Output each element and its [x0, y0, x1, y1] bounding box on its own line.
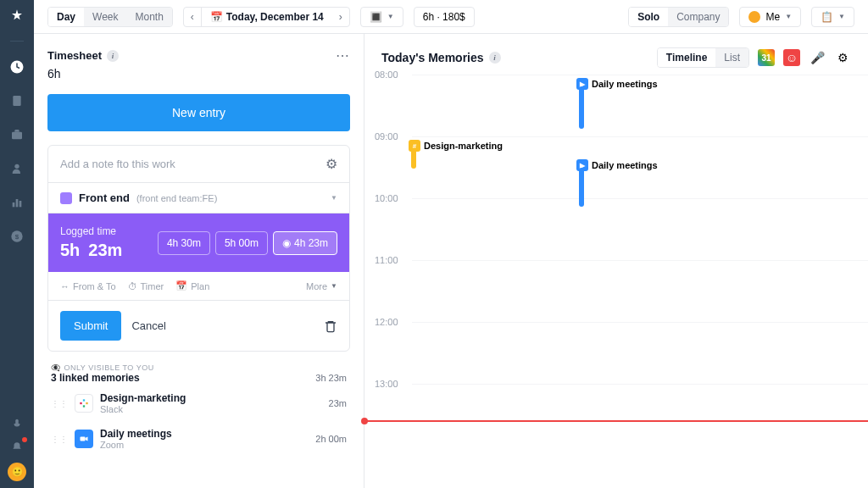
- more-option[interactable]: More ▼: [306, 281, 337, 291]
- project-color-swatch: [60, 192, 72, 204]
- logged-label: Logged time: [60, 225, 122, 237]
- emoji-status-icon[interactable]: 🙂: [8, 463, 26, 481]
- bell-icon[interactable]: [8, 439, 25, 456]
- chart-icon[interactable]: [8, 194, 25, 211]
- view-month[interactable]: Month: [126, 8, 171, 26]
- hour-label: 13:00: [375, 379, 398, 389]
- mic-icon[interactable]: [8, 415, 25, 432]
- logged-time-value: 5h 23m: [60, 241, 122, 260]
- app-filter-dropdown[interactable]: 🔳 ▼: [360, 7, 403, 27]
- memories-total: 3h 23m: [315, 373, 347, 383]
- sidebar-separator: [10, 41, 24, 42]
- cancel-button[interactable]: Cancel: [131, 319, 165, 332]
- tasks-dropdown[interactable]: 📋 ▼: [811, 7, 854, 27]
- project-meta: (front end team:FE): [136, 193, 217, 203]
- memory-name: Design-marketing: [100, 392, 322, 404]
- hour-label: 08:00: [375, 69, 398, 80]
- user-dropdown[interactable]: Me ▼: [739, 7, 801, 27]
- svg-rect-11: [83, 399, 85, 401]
- clock-icon[interactable]: [8, 58, 25, 75]
- time-chip-1[interactable]: 4h 30m: [158, 231, 210, 255]
- svg-rect-6: [19, 201, 22, 207]
- prev-day-button[interactable]: ‹: [184, 8, 202, 26]
- entry-card: ⚙ Front end (front end team:FE) ▼ Logged…: [47, 145, 350, 352]
- user-icon[interactable]: [8, 160, 25, 177]
- memory-item[interactable]: ⋮⋮ Design-marketing Slack 23m: [47, 385, 350, 421]
- google-calendar-icon[interactable]: 31: [758, 49, 775, 66]
- avatar-icon: [748, 11, 760, 23]
- logged-time-block: Logged time 5h 23m 4h 30m 5h 00m ◉ 4h 23…: [48, 214, 349, 272]
- note-input[interactable]: [60, 158, 326, 170]
- slack-icon: [75, 394, 93, 413]
- memories-title: 3 linked memories: [51, 372, 140, 384]
- info-icon[interactable]: i: [107, 50, 119, 62]
- app-sidebar: $ 🙂: [0, 0, 34, 488]
- new-entry-button[interactable]: New entry: [47, 94, 350, 131]
- drag-handle-icon[interactable]: ⋮⋮: [51, 399, 68, 408]
- memory-item[interactable]: ⋮⋮ Daily meetings Zoom 2h 00m: [47, 421, 350, 457]
- calendar-icon: 📅: [175, 280, 187, 291]
- svg-rect-4: [13, 202, 15, 207]
- timeline-grid: 08:00 09:00 10:00 11:00 12:00 13:00 ▶Dai…: [364, 75, 868, 488]
- timesheet-panel: Timesheet i ⋯ 6h New entry ⚙ Front end (…: [34, 34, 364, 488]
- calendar-icon: 📅: [210, 11, 223, 23]
- date-navigator: ‹ 📅 Today, December 14 ›: [183, 7, 350, 27]
- info-icon[interactable]: i: [489, 52, 501, 64]
- timesheet-total: 6h: [47, 67, 350, 80]
- chevron-down-icon: ▼: [331, 194, 337, 202]
- hour-label: 12:00: [375, 317, 398, 327]
- integration-icon[interactable]: ☺: [783, 49, 800, 66]
- memories-panel: Today's Memories i Timeline List 31 ☺ 🎤 …: [364, 34, 868, 488]
- timeline-event[interactable]: ▶Daily meetings: [576, 78, 658, 90]
- settings-icon[interactable]: ⚙: [834, 49, 851, 66]
- timeline-event[interactable]: ▶Daily meetings: [576, 159, 658, 171]
- hour-label: 11:00: [375, 255, 398, 265]
- from-to-option[interactable]: ↔From & To: [60, 281, 116, 291]
- plan-option[interactable]: 📅Plan: [175, 280, 209, 291]
- project-selector[interactable]: Front end (front end team:FE) ▼: [48, 183, 349, 214]
- svg-rect-2: [12, 132, 22, 140]
- view-day[interactable]: Day: [48, 8, 84, 26]
- zoom-icon: [75, 430, 93, 448]
- event-label: Design-marketing: [424, 141, 503, 151]
- timeline-event[interactable]: #Design-marketing: [409, 140, 503, 152]
- submit-button[interactable]: Submit: [60, 311, 121, 341]
- memory-app: Zoom: [100, 440, 309, 450]
- clipboard-icon[interactable]: [8, 92, 25, 109]
- scope-company[interactable]: Company: [668, 8, 728, 26]
- svg-rect-13: [83, 405, 85, 407]
- rate-display[interactable]: 6h · 180$: [414, 7, 475, 27]
- clock-icon: ◉: [282, 237, 291, 249]
- memory-app: Slack: [100, 404, 322, 414]
- chevron-down-icon: ▼: [387, 13, 394, 20]
- chevron-down-icon: ▼: [785, 13, 792, 20]
- app-logo-icon[interactable]: [8, 7, 25, 24]
- time-chip-2[interactable]: 5h 00m: [215, 231, 268, 255]
- list-tab[interactable]: List: [715, 48, 748, 67]
- now-indicator: [364, 420, 868, 422]
- chevron-down-icon: ▼: [838, 13, 845, 20]
- user-label: Me: [765, 11, 780, 23]
- event-label: Daily meetings: [592, 79, 658, 89]
- timeline-tab[interactable]: Timeline: [658, 48, 715, 67]
- gear-icon[interactable]: ⚙: [326, 156, 337, 172]
- time-chip-3[interactable]: ◉ 4h 23m: [273, 231, 337, 255]
- svg-rect-10: [80, 402, 81, 404]
- more-menu-button[interactable]: ⋯: [336, 47, 350, 64]
- next-day-button[interactable]: ›: [332, 8, 349, 26]
- project-name: Front end: [79, 191, 130, 204]
- drag-handle-icon[interactable]: ⋮⋮: [51, 435, 68, 444]
- scope-segment: Solo Company: [628, 7, 729, 27]
- scope-solo[interactable]: Solo: [629, 8, 668, 26]
- memory-duration: 2h 00m: [315, 434, 347, 444]
- trash-icon[interactable]: [324, 319, 337, 333]
- dollar-icon[interactable]: $: [8, 228, 25, 245]
- main-area: Day Week Month ‹ 📅 Today, December 14 › …: [34, 0, 868, 488]
- view-week[interactable]: Week: [84, 8, 126, 26]
- timer-option[interactable]: ⏱Timer: [128, 281, 164, 291]
- mic-icon[interactable]: 🎤: [809, 49, 826, 66]
- event-label: Daily meetings: [592, 160, 658, 170]
- date-label[interactable]: 📅 Today, December 14: [202, 8, 332, 26]
- date-text: Today, December 14: [226, 11, 324, 23]
- briefcase-icon[interactable]: [8, 126, 25, 143]
